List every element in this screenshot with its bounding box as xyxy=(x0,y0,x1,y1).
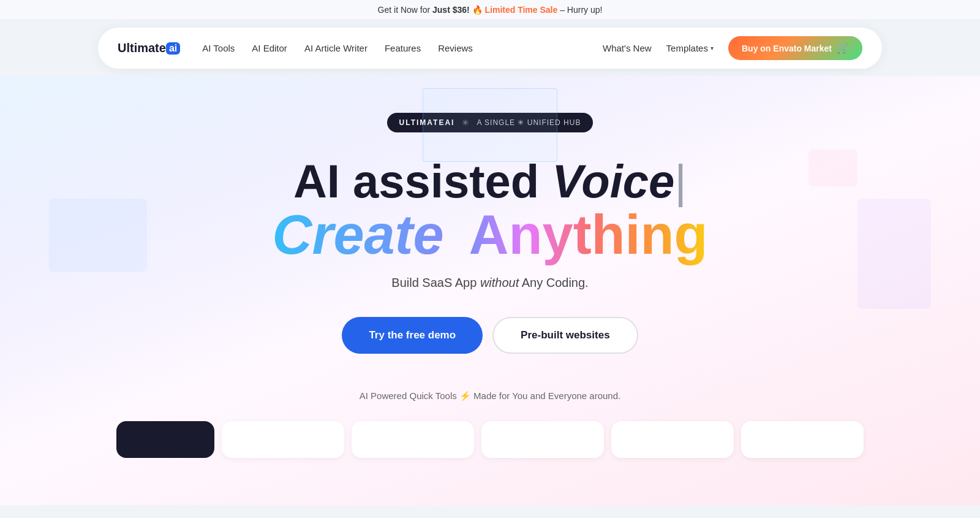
subtitle-end: Any Coding. xyxy=(522,276,589,289)
announcement-bar: Get it Now for Just $36! 🔥 Limited Time … xyxy=(0,0,980,20)
cart-icon: 🛒 xyxy=(837,42,849,54)
logo[interactable]: Ultimate ai xyxy=(118,41,180,55)
card-light-1 xyxy=(222,421,344,458)
side-deco-right-top xyxy=(809,150,858,186)
logo-text-ai: ai xyxy=(166,42,180,55)
hero-title-line2: Create Anything xyxy=(272,206,707,264)
card-light-5 xyxy=(741,421,864,458)
subtitle-start: Build SaaS App xyxy=(391,276,480,289)
badge-sub: A SINGLE ✳ UNIFIED HUB xyxy=(477,118,581,127)
card-light-2 xyxy=(352,421,474,458)
buy-button[interactable]: Buy on Envato Market 🛒 xyxy=(728,36,862,60)
nav-links: AI Tools AI Editor AI Article Writer Fea… xyxy=(202,43,473,54)
badge-label: ULTIMATEAI xyxy=(399,118,455,127)
subtitle-italic: without xyxy=(480,276,519,289)
buy-button-label: Buy on Envato Market xyxy=(742,44,832,53)
title-voice: Voice xyxy=(552,155,674,207)
card-dark-1 xyxy=(116,421,214,458)
title-start: AI assisted xyxy=(293,155,539,207)
navbar: Ultimate ai AI Tools AI Editor AI Articl… xyxy=(98,28,882,69)
hero-powered-text: AI Powered Quick Tools ⚡ Made for You an… xyxy=(360,390,620,402)
cards-strip xyxy=(12,421,968,458)
announcement-price: Just $36! xyxy=(432,5,470,15)
title-anything: Anything xyxy=(469,204,708,265)
title-create: Create xyxy=(272,204,443,265)
card-light-4 xyxy=(611,421,734,458)
hero-section: ULTIMATEAI ✳ A SINGLE ✳ UNIFIED HUB AI a… xyxy=(0,76,980,505)
announcement-suffix: – Hurry up! xyxy=(560,5,602,15)
try-demo-button[interactable]: Try the free demo xyxy=(342,317,483,354)
nav-wrapper: Ultimate ai AI Tools AI Editor AI Articl… xyxy=(0,20,980,76)
hero-badge: ULTIMATEAI ✳ A SINGLE ✳ UNIFIED HUB xyxy=(387,113,594,132)
hero-subtitle: Build SaaS App without Any Coding. xyxy=(391,276,588,290)
side-deco-right-bottom xyxy=(858,199,931,309)
nav-link-ai-editor[interactable]: AI Editor xyxy=(252,43,287,53)
badge-separator: ✳ xyxy=(462,118,469,128)
hero-title: AI assisted Voice| Create Anything xyxy=(272,157,707,264)
nav-whats-new[interactable]: What's New xyxy=(603,43,652,53)
nav-right: What's New Templates ▾ Buy on Envato Mar… xyxy=(603,36,862,60)
prebuilt-websites-button[interactable]: Pre-built websites xyxy=(492,317,638,354)
sale-link[interactable]: Limited Time Sale xyxy=(485,5,558,15)
title-cursor: | xyxy=(674,155,687,207)
nav-templates[interactable]: Templates ▾ xyxy=(666,43,714,53)
nav-link-ai-article-writer[interactable]: AI Article Writer xyxy=(304,43,368,53)
nav-link-reviews[interactable]: Reviews xyxy=(438,43,473,53)
templates-label: Templates xyxy=(666,43,708,53)
side-deco-left xyxy=(49,199,147,272)
templates-chevron-icon: ▾ xyxy=(710,45,714,51)
announcement-prefix: Get it Now for xyxy=(378,5,432,15)
hero-ctas: Try the free demo Pre-built websites xyxy=(342,317,638,354)
announcement-sale-icon: 🔥 xyxy=(472,5,483,15)
card-light-3 xyxy=(481,421,604,458)
logo-text-ultimate: Ultimate xyxy=(118,41,166,55)
nav-left: Ultimate ai AI Tools AI Editor AI Articl… xyxy=(118,41,473,55)
nav-link-ai-tools[interactable]: AI Tools xyxy=(202,43,235,53)
nav-link-features[interactable]: Features xyxy=(385,43,421,53)
hero-title-line1: AI assisted Voice| xyxy=(272,157,707,206)
